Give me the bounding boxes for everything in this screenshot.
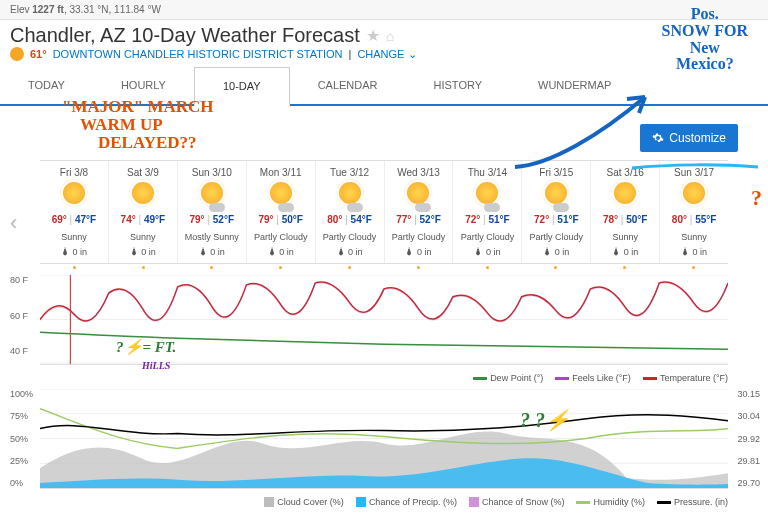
weather-icon: [472, 182, 502, 212]
forecast-day[interactable]: Thu 3/14 72° | 51°F Partly Cloudy 🌢 0 in: [453, 161, 522, 263]
customize-label: Customize: [669, 131, 726, 145]
scroll-left-arrow[interactable]: ‹: [10, 210, 17, 236]
daily-forecast-strip: Fri 3/8 69° | 47°F Sunny 🌢 0 inSat 3/9 7…: [40, 160, 728, 264]
legend-item: Dew Point (°): [473, 373, 543, 383]
humidity-pressure-chart[interactable]: 100% 75% 50% 25% 0% 30.15 30.04 29.92 29…: [40, 389, 728, 489]
lat-value: 33.31 °N: [69, 4, 108, 15]
legend-item: Cloud Cover (%): [264, 497, 344, 507]
forecast-day[interactable]: Tue 3/12 80° | 54°F Partly Cloudy 🌢 0 in: [316, 161, 385, 263]
lon-value: 111.84 °W: [114, 4, 161, 15]
tab-wundermap[interactable]: WUNDERMAP: [510, 67, 639, 104]
weather-icon: [610, 182, 640, 212]
temperature-chart[interactable]: 80 F 60 F 40 F: [40, 275, 728, 365]
elevation-bar: Elev 1227 ft, 33.31 °N, 111.84 °W: [0, 0, 768, 20]
weather-icon: [59, 182, 89, 212]
legend-item: Chance of Snow (%): [469, 497, 565, 507]
weather-icon: [679, 182, 709, 212]
elev-label: Elev: [10, 4, 29, 15]
weather-icon: [335, 182, 365, 212]
legend-item: Pressure. (in): [657, 497, 728, 507]
tab-calendar[interactable]: CALENDAR: [290, 67, 406, 104]
chart2-legend: Cloud Cover (%)Chance of Precip. (%)Chan…: [0, 495, 768, 509]
weather-icon: [266, 182, 296, 212]
sun-icon: [10, 47, 24, 61]
chart1-legend: Dew Point (°)Feels Like (°F)Temperature …: [0, 371, 768, 385]
station-row: 61° DOWNTOWN CHANDLER HISTORIC DISTRICT …: [0, 47, 768, 67]
forecast-day[interactable]: Sat 3/9 74° | 49°F Sunny 🌢 0 in: [109, 161, 178, 263]
legend-item: Chance of Precip. (%): [356, 497, 457, 507]
title-row: Chandler, AZ 10-Day Weather Forecast ★ ⌂: [0, 20, 768, 47]
forecast-day[interactable]: Wed 3/13 77° | 52°F Partly Cloudy 🌢 0 in: [385, 161, 454, 263]
forecast-day[interactable]: Mon 3/11 79° | 50°F Partly Cloudy 🌢 0 in: [247, 161, 316, 263]
forecast-day[interactable]: Sun 3/10 79° | 52°F Mostly Sunny 🌢 0 in: [178, 161, 247, 263]
weather-icon: [128, 182, 158, 212]
change-station-link[interactable]: CHANGE ⌄: [357, 48, 416, 61]
current-temp: 61°: [30, 48, 47, 60]
legend-item: Feels Like (°F): [555, 373, 631, 383]
home-icon[interactable]: ⌂: [386, 28, 394, 44]
chevron-down-icon: ⌄: [408, 48, 417, 60]
tab-10-day[interactable]: 10-DAY: [194, 67, 290, 106]
gear-icon: [652, 132, 664, 144]
tab-today[interactable]: TODAY: [0, 67, 93, 104]
page-title: Chandler, AZ 10-Day Weather Forecast: [10, 24, 360, 47]
forecast-day[interactable]: Fri 3/15 72° | 51°F Partly Cloudy 🌢 0 in: [522, 161, 591, 263]
station-link[interactable]: DOWNTOWN CHANDLER HISTORIC DISTRICT STAT…: [53, 48, 343, 60]
weather-icon: [197, 182, 227, 212]
weather-icon: [403, 182, 433, 212]
forecast-tabs: TODAYHOURLY10-DAYCALENDARHISTORYWUNDERMA…: [0, 67, 768, 106]
tab-history[interactable]: HISTORY: [406, 67, 511, 104]
legend-item: Temperature (°F): [643, 373, 728, 383]
forecast-day[interactable]: Fri 3/8 69° | 47°F Sunny 🌢 0 in: [40, 161, 109, 263]
favorite-star-icon[interactable]: ★: [366, 26, 380, 45]
tab-hourly[interactable]: HOURLY: [93, 67, 194, 104]
elev-value: 1227 ft: [32, 4, 64, 15]
forecast-day[interactable]: Sun 3/17 80° | 55°F Sunny 🌢 0 in: [660, 161, 728, 263]
weather-icon: [541, 182, 571, 212]
forecast-day[interactable]: Sat 3/16 78° | 50°F Sunny 🌢 0 in: [591, 161, 660, 263]
customize-button[interactable]: Customize: [640, 124, 738, 152]
legend-item: Humidity (%): [576, 497, 645, 507]
